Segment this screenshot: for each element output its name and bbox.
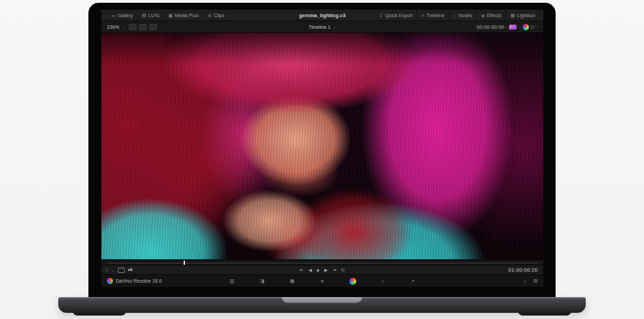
- app-version-label: DaVinci Resolve 18.6: [116, 279, 162, 283]
- viewer-photo-fur-texture: [101, 33, 543, 259]
- chevron-down-icon: ⌄: [333, 25, 336, 29]
- media-pool-icon: ▣: [168, 13, 173, 18]
- media-pool-button[interactable]: ▣ Media Pool: [163, 10, 203, 21]
- effects-panel-label: Effects: [487, 13, 501, 18]
- quick-export-icon: ↥: [379, 13, 383, 18]
- current-timecode: 01:00:00:20: [508, 267, 538, 273]
- loop-playback-button[interactable]: ↻: [341, 268, 345, 273]
- stop-button[interactable]: ■: [317, 268, 319, 272]
- nodes-panel-button[interactable]: ∴ Nodes: [449, 10, 477, 21]
- page-tab-cut[interactable]: ◨: [258, 276, 267, 286]
- page-tab-deliver[interactable]: ↗: [408, 276, 418, 286]
- color-page-viewer[interactable]: [101, 33, 543, 259]
- transport-bar: ∕ ⌄ ⇤ ◀ ■ ▶ ⇥ ↻ 01:00:00:20: [101, 265, 543, 274]
- viewer-zoom-select[interactable]: 239% ⌄: [107, 21, 129, 33]
- gallery-icon: ▭: [111, 13, 116, 18]
- transport-controls: ⇤ ◀ ■ ▶ ⇥ ↻: [300, 268, 345, 273]
- last-frame-button[interactable]: ⇥: [332, 268, 336, 273]
- unmix-icon[interactable]: [118, 268, 125, 273]
- luts-icon: ▤: [142, 13, 147, 18]
- lightbox-panel-label: Lightbox: [517, 13, 535, 18]
- more-options-icon[interactable]: ⋯: [534, 25, 539, 29]
- play-button[interactable]: ▶: [324, 268, 327, 273]
- color-wheel-icon[interactable]: [523, 24, 529, 30]
- viewer-toggle-wipe[interactable]: [149, 24, 157, 30]
- luts-button[interactable]: ▤ LUTs: [137, 10, 164, 21]
- app-brand: DaVinci Resolve 18.6: [107, 278, 162, 284]
- timeline-selector-label: Timeline 1: [308, 25, 330, 29]
- clips-button[interactable]: ≣ Clips ⌄: [203, 10, 234, 21]
- nodes-panel-label: Nodes: [458, 13, 472, 18]
- first-frame-button[interactable]: ⇤: [300, 268, 304, 273]
- viewer-zoom-value: 239%: [107, 25, 119, 29]
- page-tab-media[interactable]: ▥: [227, 276, 237, 286]
- pagebar-right-group: ⌂ ⚙: [523, 278, 538, 284]
- davinci-resolve-window: ▭ Gallery ▤ LUTs ▣ Media Pool ≣ Clips: [101, 10, 543, 287]
- timeline-panel-label: Timeline: [426, 13, 444, 18]
- gear-icon[interactable]: ⚙: [533, 278, 538, 284]
- page-navigation-bar: DaVinci Resolve 18.6 ▥ ◨ ▦ ∗: [101, 274, 543, 287]
- chevron-down-icon[interactable]: ⌄: [504, 25, 508, 29]
- annotation-pencil-icon[interactable]: ∕: [107, 268, 108, 272]
- quick-export-button[interactable]: ↥ Quick Export: [375, 10, 417, 21]
- color-page-icon: [349, 278, 356, 285]
- top-toolbar-right-group: ↥ Quick Export ≡ Timeline ∴ Nodes ◈ Effe…: [375, 10, 539, 21]
- speaker-icon[interactable]: [128, 268, 134, 272]
- timeline-icon: ≡: [421, 13, 424, 18]
- effects-icon: ◈: [481, 13, 484, 18]
- page-tab-edit[interactable]: ▦: [288, 276, 297, 286]
- cut-page-icon: ◨: [260, 279, 264, 284]
- fusion-page-icon: ∗: [321, 279, 325, 284]
- top-toolbar-left-group: ▭ Gallery ▤ LUTs ▣ Media Pool ≣ Clips: [107, 10, 234, 21]
- quick-export-label: Quick Export: [385, 13, 412, 18]
- display-lut-icon[interactable]: [509, 25, 517, 29]
- chevron-down-icon: ⌄: [226, 13, 230, 17]
- page-tab-fusion[interactable]: ∗: [318, 276, 327, 286]
- clips-icon: ≣: [208, 13, 212, 18]
- chevron-down-icon: ⌄: [121, 25, 125, 29]
- nodes-icon: ∴: [454, 13, 456, 18]
- fairlight-page-icon: ♪: [382, 279, 384, 283]
- timeline-selector[interactable]: Timeline 1 ⌄: [308, 25, 336, 29]
- edit-page-icon: ▦: [290, 279, 295, 284]
- top-toolbar: ▭ Gallery ▤ LUTs ▣ Media Pool ≣ Clips: [101, 10, 543, 21]
- lightbox-icon: ▦: [510, 13, 515, 18]
- davinci-resolve-logo-icon: [107, 278, 113, 284]
- viewer-toggle-split[interactable]: [139, 24, 147, 30]
- effects-panel-button[interactable]: ◈ Effects: [476, 10, 506, 21]
- scrub-track: [107, 263, 538, 263]
- viewer-toggle-single[interactable]: [129, 24, 136, 30]
- project-title: gemma_lighting.v3: [299, 12, 346, 19]
- source-timecode: 00:00:00:00: [477, 25, 504, 29]
- chevron-down-icon[interactable]: ⌄: [111, 268, 114, 272]
- viewer-toolbar: 239% ⌄ Timeline 1 ⌄ 00:00:00:00 ⌄ ⌄: [101, 21, 543, 33]
- laptop-base: [58, 297, 586, 313]
- lightbox-panel-button[interactable]: ▦ Lightbox: [506, 10, 539, 21]
- viewer-scrub-bar[interactable]: [101, 259, 543, 265]
- luts-label: LUTs: [148, 13, 159, 18]
- project-title-wrap: gemma_lighting.v3: [299, 12, 346, 19]
- step-back-button[interactable]: ◀: [308, 268, 312, 273]
- page-tab-fairlight[interactable]: ♪: [378, 276, 388, 286]
- viewer-toolbar-right: 00:00:00:00 ⌄ ⌄ ⊡ ⋯: [477, 24, 539, 30]
- chevron-down-icon[interactable]: ⌄: [518, 25, 521, 29]
- timeline-panel-button[interactable]: ≡ Timeline: [417, 10, 448, 21]
- deliver-page-icon: ↗: [411, 279, 415, 284]
- page-tabs: ▥ ◨ ▦ ∗ ♪: [227, 276, 418, 286]
- viewer-toolbar-left: 239% ⌄: [107, 21, 160, 33]
- clips-label: Clips: [214, 13, 225, 18]
- apple-marketing-scene: ▭ Gallery ▤ LUTs ▣ Media Pool ≣ Clips: [0, 0, 644, 319]
- media-pool-label: Media Pool: [175, 13, 199, 18]
- gallery-button[interactable]: ▭ Gallery: [107, 10, 137, 21]
- viewer-tools: ∕ ⌄: [107, 268, 134, 273]
- media-page-icon: ▥: [230, 279, 234, 284]
- laptop-lid: ▭ Gallery ▤ LUTs ▣ Media Pool ≣ Clips: [88, 3, 556, 298]
- gallery-label: Gallery: [118, 13, 133, 18]
- home-icon[interactable]: ⌂: [523, 278, 527, 284]
- lid-thumb-scoop: [282, 297, 362, 303]
- page-tab-color-active[interactable]: [348, 276, 358, 286]
